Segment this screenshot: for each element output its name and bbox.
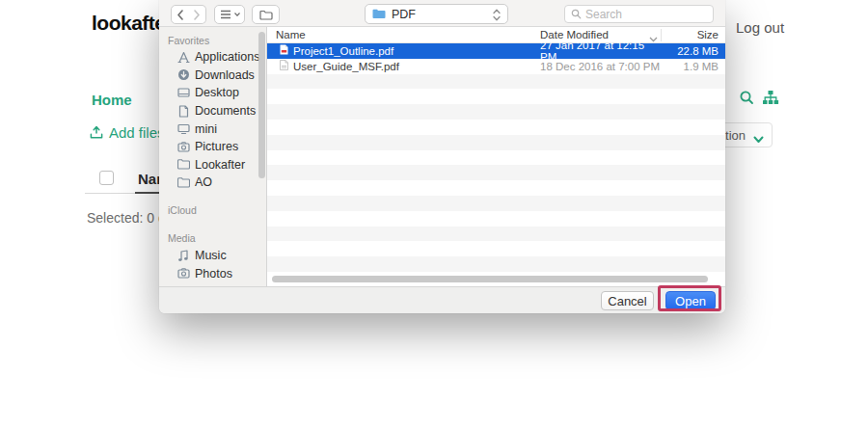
empty-row [267, 120, 725, 135]
search-icon[interactable] [739, 90, 755, 110]
folder-icon [176, 158, 190, 172]
folder-icon [372, 8, 386, 21]
empty-row [267, 104, 725, 120]
empty-row [267, 74, 725, 90]
sidebar-item-label: AO [195, 175, 212, 189]
sidebar-item-photos[interactable]: Photos [159, 264, 266, 282]
empty-row [267, 241, 725, 256]
sidebar-item-downloads[interactable]: Downloads [159, 67, 266, 85]
documents-icon [176, 104, 190, 118]
computer-icon [176, 122, 190, 136]
nav-home-link[interactable]: Home [92, 92, 132, 108]
forward-button[interactable] [188, 5, 206, 24]
column-header-name[interactable]: Name [267, 29, 540, 40]
add-files-button[interactable]: Add files [90, 124, 165, 141]
sidebar-section-favorites: Favorites [159, 32, 266, 48]
selected-count-text: Selected: 0 of [87, 210, 170, 226]
sitemap-icon[interactable] [762, 90, 779, 110]
logout-link[interactable]: Log out [736, 19, 784, 36]
file-row-selected[interactable]: Project1_Outline.pdf 27 Jan 2017 at 12:1… [267, 43, 725, 59]
table-header-divider [85, 193, 137, 194]
file-list: Name Date Modified Size Project1_Outline… [267, 27, 725, 286]
desktop-icon [176, 86, 190, 99]
empty-row [267, 196, 725, 211]
applications-icon [176, 50, 190, 64]
file-size: 22.8 MB [661, 45, 725, 57]
file-rows: Project1_Outline.pdf 27 Jan 2017 at 12:1… [267, 43, 725, 286]
sidebar-item-documents[interactable]: Documents [159, 102, 266, 120]
sidebar-item-label: Lookafter [195, 158, 245, 172]
select-all-checkbox[interactable] [99, 171, 114, 185]
chevron-down-icon [753, 132, 764, 147]
add-files-label: Add files [109, 124, 165, 141]
column-header-size[interactable]: Size [661, 29, 725, 40]
empty-row [267, 89, 725, 104]
sidebar-item-label: Photos [195, 267, 232, 281]
horizontal-scrollbar[interactable] [272, 276, 708, 282]
upload-icon [90, 126, 103, 140]
empty-row [267, 256, 725, 272]
sidebar-item-desktop[interactable]: Desktop [159, 84, 266, 102]
dialog-sidebar: Favorites Applications Downloads Desktop… [159, 27, 267, 286]
file-open-dialog: PDF Favorites Applications Downloads Des… [159, 0, 725, 313]
file-date: 18 Dec 2016 at 7:00 PM [540, 61, 661, 72]
new-folder-button[interactable] [252, 5, 280, 24]
cancel-button[interactable]: Cancel [601, 291, 654, 310]
file-row[interactable]: User_Guide_MSF.pdf 18 Dec 2016 at 7:00 P… [267, 59, 725, 74]
file-date: 27 Jan 2017 at 12:15 PM [540, 40, 661, 63]
dialog-footer: Cancel Open [159, 286, 725, 313]
empty-row [267, 227, 725, 242]
sidebar-section-media: Media [159, 230, 266, 247]
dialog-toolbar: PDF [159, 0, 725, 27]
music-icon [176, 249, 190, 262]
sidebar-item-music[interactable]: Music [159, 247, 266, 265]
sidebar-item-lookafter[interactable]: Lookafter [159, 156, 266, 174]
open-button[interactable]: Open [665, 291, 716, 310]
folder-icon [176, 175, 190, 189]
file-size: 1.9 MB [661, 61, 725, 72]
sidebar-item-label: Applications [195, 50, 259, 64]
search-input[interactable] [585, 8, 701, 21]
sidebar-item-label: Pictures [195, 140, 238, 153]
back-button[interactable] [171, 5, 189, 24]
location-popup[interactable]: PDF [365, 4, 508, 24]
empty-row [267, 135, 725, 150]
chevron-up-down-icon [493, 9, 501, 24]
sidebar-item-label: mini [195, 122, 217, 136]
empty-row [267, 180, 725, 196]
sidebar-item-applications[interactable]: Applications [159, 48, 266, 67]
search-icon [571, 9, 582, 19]
file-name: User_Guide_MSF.pdf [293, 61, 399, 72]
sidebar-item-label: Documents [195, 104, 256, 118]
sidebar-item-label: Downloads [195, 68, 255, 82]
empty-row [267, 165, 725, 180]
pictures-icon [176, 140, 190, 153]
sidebar-item-label: Music [195, 249, 227, 262]
sidebar-item-pictures[interactable]: Pictures [159, 138, 266, 156]
empty-row [267, 211, 725, 227]
location-popup-value: PDF [392, 8, 416, 21]
sidebar-item-label: Desktop [195, 86, 239, 99]
dialog-search-field[interactable] [564, 5, 714, 23]
downloads-icon [176, 68, 190, 82]
pdf-file-icon [280, 44, 288, 57]
sidebar-item-ao[interactable]: AO [159, 174, 266, 192]
sidebar-item-mini[interactable]: mini [159, 120, 266, 138]
empty-row [267, 150, 725, 166]
sidebar-scrollbar[interactable] [258, 32, 265, 178]
chevron-down-icon [234, 13, 240, 16]
file-name: Project1_Outline.pdf [293, 45, 393, 57]
column-separator [661, 29, 662, 41]
photos-icon [176, 267, 190, 281]
sidebar-section-icloud: iCloud [159, 202, 266, 219]
view-mode-button[interactable] [214, 5, 245, 24]
pdf-file-icon [280, 60, 288, 72]
